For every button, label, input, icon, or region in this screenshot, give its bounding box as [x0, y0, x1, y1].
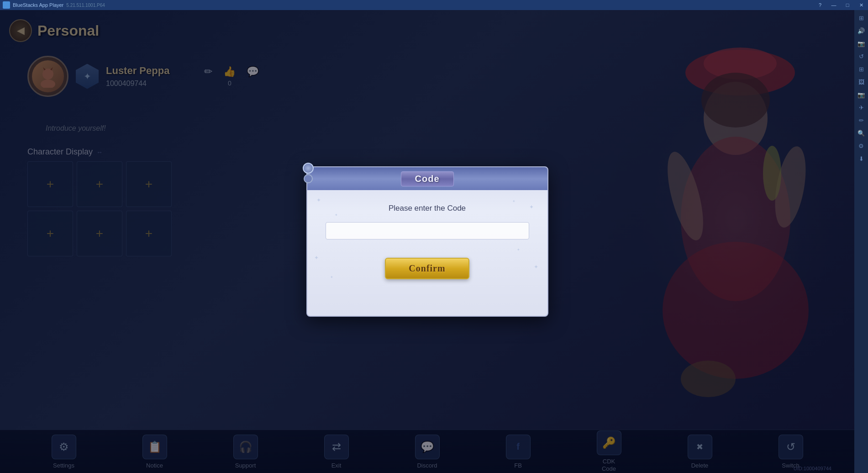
close-button[interactable]: ✕ — [854, 0, 868, 10]
modal-decoration-left — [304, 174, 313, 183]
sidebar-search-icon[interactable]: 🔍 — [855, 127, 867, 139]
sparkle-8: ✦ — [512, 199, 516, 203]
modal-corner-ornament — [303, 163, 314, 174]
title-bar-app-name: BlueStacks App Player — [13, 2, 63, 8]
sparkle-3: ✦ — [314, 255, 319, 261]
game-area: ◀ Personal ✦ Luster Peppa 1000409744 — [0, 10, 854, 473]
modal-footer: Confirm — [326, 258, 529, 284]
maximize-button[interactable]: □ — [841, 0, 854, 10]
sidebar-camera-icon[interactable]: 📷 — [855, 89, 867, 101]
sparkle-7: ✦ — [330, 275, 333, 279]
sidebar-volume-icon[interactable]: 🔊 — [855, 25, 867, 37]
right-sidebar: ⊞ 🔊 📷 ↺ ⊞ 🖼 📷 ✈ ✏ 🔍 ⚙ ⬇ — [854, 10, 868, 473]
sidebar-media-icon[interactable]: 🖼 — [855, 76, 867, 88]
help-button[interactable]: ? — [813, 0, 827, 10]
sidebar-download-icon[interactable]: ⬇ — [855, 153, 867, 165]
modal-prompt: Please enter the Code — [326, 204, 529, 213]
title-bar-controls: ? — □ ✕ — [813, 0, 868, 10]
modal-body: ✦ ✦ ✦ ✦ ✦ ✦ ✦ ✦ Please enter the Code Co… — [307, 190, 547, 298]
confirm-button[interactable]: Confirm — [385, 258, 469, 279]
sidebar-screenshot-icon[interactable]: 📷 — [855, 37, 867, 49]
sidebar-edit-icon[interactable]: ✏ — [855, 114, 867, 126]
bluestacks-logo — [3, 1, 10, 9]
sidebar-expand-icon[interactable]: ⊞ — [855, 12, 867, 24]
title-bar-left: BlueStacks App Player 5.21.511.1001.P64 — [0, 1, 105, 9]
sparkle-1: ✦ — [316, 197, 321, 203]
modal-title: Code — [401, 171, 454, 186]
code-input[interactable] — [326, 222, 529, 239]
sparkle-2: ✦ — [529, 204, 534, 210]
sidebar-refresh-icon[interactable]: ↺ — [855, 50, 867, 62]
modal-header: Code — [307, 167, 547, 190]
code-modal: Code ✦ ✦ ✦ ✦ ✦ ✦ ✦ ✦ Please enter the Co… — [306, 166, 548, 317]
sidebar-settings-icon[interactable]: ⚙ — [855, 140, 867, 152]
sparkle-5: ✦ — [335, 213, 338, 217]
modal-overlay: Code ✦ ✦ ✦ ✦ ✦ ✦ ✦ ✦ Please enter the Co… — [0, 10, 854, 473]
sparkle-4: ✦ — [534, 264, 538, 270]
title-bar: BlueStacks App Player 5.21.511.1001.P64 … — [0, 0, 868, 10]
sparkle-6: ✦ — [517, 248, 520, 252]
sidebar-layers-icon[interactable]: ⊞ — [855, 63, 867, 75]
minimize-button[interactable]: — — [827, 0, 841, 10]
title-bar-version: 5.21.511.1001.P64 — [66, 3, 105, 8]
sidebar-send-icon[interactable]: ✈ — [855, 101, 867, 113]
